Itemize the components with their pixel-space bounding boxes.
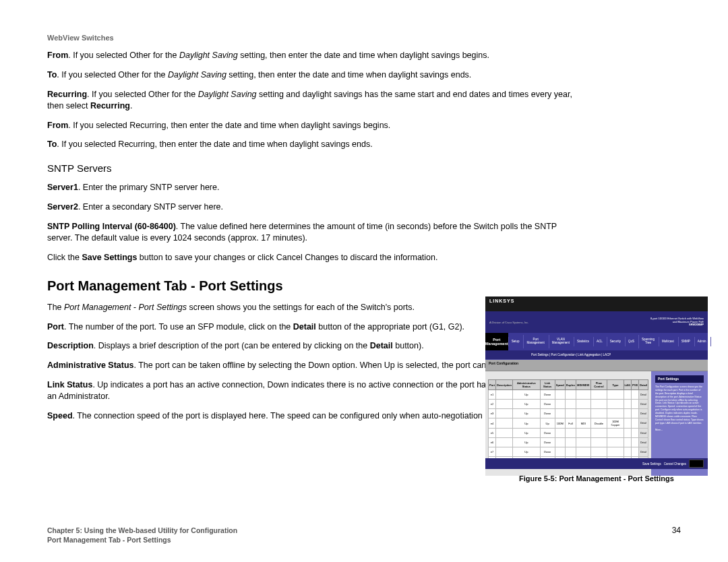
mock-save-btn: Save Settings	[642, 462, 661, 466]
cisco-logo-icon	[689, 460, 704, 468]
mock-tab: Security	[607, 337, 624, 347]
table-row: e3UpDownDetail	[489, 409, 648, 418]
mock-tab: QoS	[625, 337, 637, 347]
mock-nav-title: Port Management	[485, 333, 508, 350]
para-server1: Server1. Enter the primary SNTP server h…	[47, 182, 573, 193]
para-server2: Server2. Enter a secondary SNTP server h…	[47, 201, 573, 213]
page-number: 34	[672, 526, 681, 535]
page-footer: Chapter 5: Using the Web-based Utility f…	[47, 526, 681, 544]
mock-tab: Statistics	[574, 337, 592, 347]
mock-tab: ACL	[593, 337, 605, 347]
mock-tab: SNMP	[678, 337, 693, 347]
table-row: e5UpDownDetail	[489, 429, 648, 438]
table-row: e2UpDownDetail	[489, 400, 648, 409]
mock-footer: Save Settings Cancel Changes	[485, 458, 708, 469]
para-polling: SNTP Polling Interval (60-86400). The va…	[47, 221, 573, 244]
mock-subbar: A Division of Cisco Systems, Inc. 8-port…	[485, 311, 708, 333]
mock-labelbar: Port Configuration	[485, 360, 708, 371]
footer-section: Port Management Tab - Port Settings	[47, 535, 681, 544]
heading-sntp: SNTP Servers	[47, 162, 681, 174]
figure-port-settings: LINKSYS A Division of Cisco Systems, Inc…	[485, 296, 708, 482]
mock-subtabs: Port Settings | Port Configuration | Lin…	[485, 350, 708, 360]
mock-tab: Admin	[694, 337, 709, 347]
para-from-recur: From. If you selected Recurring, then en…	[47, 120, 573, 131]
mock-tab: LogOut	[710, 337, 727, 347]
mock-tab: Setup	[508, 337, 522, 347]
table-row: e1UpDownDetail	[489, 390, 648, 400]
mock-table: PortDescriptionAdministrative StatusLink…	[488, 379, 648, 466]
mock-tab: Multicast	[659, 337, 677, 347]
para-to-recur: To. If you selected Recurring, then ente…	[47, 139, 573, 150]
mock-tab: Spanning Tree	[638, 335, 657, 348]
para-save-note: Click the Save Settings button to save y…	[47, 252, 573, 263]
mock-tab: VLAN Management	[549, 335, 572, 348]
mock-cancel-btn: Cancel Changes	[664, 462, 686, 466]
screenshot-mock: LINKSYS A Division of Cisco Systems, Inc…	[485, 296, 708, 469]
doc-header: WebView Switches	[47, 34, 681, 42]
mock-brand: LINKSYS	[485, 296, 708, 311]
table-row: e6UpDownDetail	[489, 438, 648, 447]
heading-port-mgmt: Port Management Tab - Port Settings	[47, 278, 681, 294]
para-to-other: To. If you selected Other for the Daylig…	[47, 69, 573, 81]
table-row: e4UpUp100MFullMDIDisable100M CopperDetai…	[489, 418, 648, 429]
mock-nav: Port Management SetupPort ManagementVLAN…	[485, 333, 708, 350]
para-from-other: From. If you selected Other for the Dayl…	[47, 50, 573, 61]
mock-tab: Port Management	[523, 335, 547, 348]
footer-chapter: Chapter 5: Using the Web-based Utility f…	[47, 526, 681, 535]
table-row: e7UpDownDetail	[489, 447, 648, 457]
para-recurring: Recurring. If you selected Other for the…	[47, 89, 573, 112]
